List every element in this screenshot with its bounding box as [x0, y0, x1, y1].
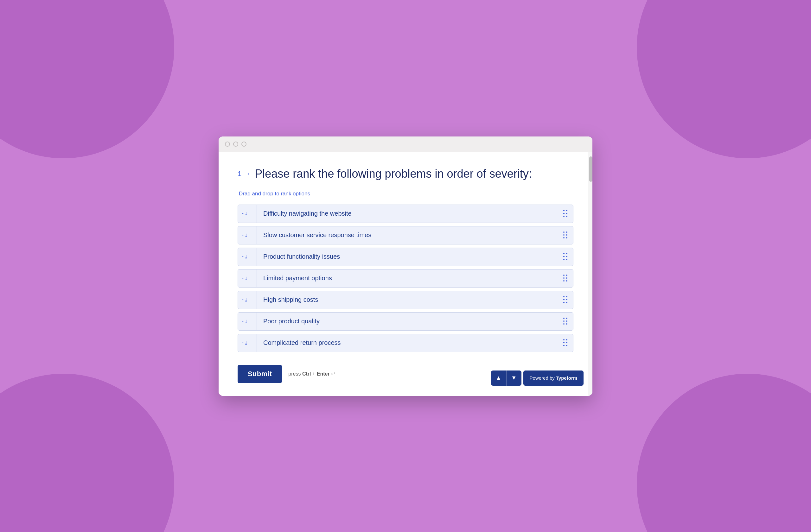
drag-dot — [563, 256, 565, 257]
drag-dots — [563, 232, 568, 239]
rank-dash: - — [242, 296, 244, 303]
drag-dot — [566, 323, 567, 325]
rank-item[interactable]: - ⤓ Difficulty navigating the website — [238, 205, 573, 223]
drag-dot — [563, 302, 565, 303]
scrollbar[interactable] — [588, 152, 593, 396]
drag-handle-icon[interactable] — [558, 210, 573, 218]
rank-dash: - — [242, 210, 244, 217]
drag-dot — [566, 213, 567, 214]
rank-dash: - — [242, 275, 244, 282]
typeform-brand: Typeform — [556, 375, 577, 381]
submit-hint: press Ctrl + Enter ↵ — [288, 371, 335, 377]
rank-item[interactable]: - ⤓ Poor product quality — [238, 312, 573, 331]
question-header: 1 → Please rank the following problems i… — [238, 167, 573, 181]
rank-item[interactable]: - ⤓ Complicated return process — [238, 334, 573, 352]
bg-blob-top-right — [637, 0, 811, 158]
drag-dots — [563, 253, 568, 261]
drag-dot — [566, 296, 567, 297]
rank-item[interactable]: - ⤓ Limited payment options — [238, 269, 573, 287]
drag-dot — [566, 342, 567, 343]
drag-dots — [563, 210, 568, 218]
browser-dot-close[interactable] — [225, 142, 230, 146]
nav-down-button[interactable]: ▼ — [506, 371, 521, 386]
rank-controls[interactable]: - ⤓ — [238, 248, 257, 266]
drag-dot — [563, 342, 565, 343]
browser-dot-maximize[interactable] — [241, 142, 246, 146]
rank-chevron-down-icon[interactable]: ⤓ — [244, 254, 248, 259]
rank-chevron-down-icon[interactable]: ⤓ — [244, 297, 248, 302]
drag-dots — [563, 296, 568, 304]
rank-item-label: Slow customer service response times — [257, 232, 558, 239]
drag-dot — [563, 277, 565, 279]
drag-dot — [563, 345, 565, 346]
drag-dot — [563, 323, 565, 325]
bottom-nav: ▲ ▼ Powered by Typeform — [491, 371, 583, 386]
drag-dot — [566, 256, 567, 257]
drag-dot — [566, 302, 567, 303]
browser-dot-minimize[interactable] — [233, 142, 238, 146]
rank-controls[interactable]: - ⤓ — [238, 291, 257, 309]
drag-dot — [563, 259, 565, 260]
drag-dot — [566, 234, 567, 236]
drag-hint: Drag and drop to rank options — [239, 191, 573, 197]
submit-button[interactable]: Submit — [238, 365, 282, 383]
rank-item-label: Limited payment options — [257, 275, 558, 282]
rank-list: - ⤓ Difficulty navigating the website — [238, 205, 573, 352]
nav-up-button[interactable]: ▲ — [491, 371, 506, 386]
drag-dot — [566, 253, 567, 254]
rank-item-label: High shipping costs — [257, 296, 558, 303]
drag-dot — [566, 275, 567, 276]
drag-handle-icon[interactable] — [558, 253, 573, 261]
scrollbar-thumb[interactable] — [589, 156, 593, 182]
drag-dot — [563, 280, 565, 282]
drag-handle-icon[interactable] — [558, 275, 573, 282]
drag-dot — [563, 318, 565, 319]
rank-chevron-down-icon[interactable]: ⤓ — [244, 233, 248, 238]
rank-chevron-down-icon[interactable]: ⤓ — [244, 340, 248, 345]
drag-handle-icon[interactable] — [558, 296, 573, 304]
drag-dot — [563, 213, 565, 214]
rank-dash: - — [242, 253, 244, 260]
drag-dot — [566, 232, 567, 233]
drag-handle-icon[interactable] — [558, 318, 573, 325]
drag-handle-icon[interactable] — [558, 339, 573, 347]
rank-item[interactable]: - ⤓ Product functionality issues — [238, 248, 573, 266]
rank-controls[interactable]: - ⤓ — [238, 269, 257, 287]
form-content: 1 → Please rank the following problems i… — [218, 152, 593, 396]
drag-dot — [566, 237, 567, 238]
rank-controls[interactable]: - ⤓ — [238, 205, 257, 223]
drag-dot — [566, 339, 567, 340]
rank-chevron-down-icon[interactable]: ⤓ — [244, 211, 248, 216]
drag-dot — [566, 299, 567, 300]
browser-window: 1 → Please rank the following problems i… — [218, 137, 593, 396]
drag-dot — [566, 210, 567, 211]
rank-controls[interactable]: - ⤓ — [238, 226, 257, 244]
rank-item[interactable]: - ⤓ Slow customer service response times — [238, 226, 573, 245]
question-title: Please rank the following problems in or… — [255, 167, 532, 181]
question-arrow-icon: → — [244, 170, 251, 178]
drag-dot — [563, 234, 565, 236]
question-num-text: 1 — [238, 170, 241, 178]
drag-dot — [566, 216, 567, 217]
rank-item-label: Difficulty navigating the website — [257, 210, 558, 217]
drag-dot — [563, 216, 565, 217]
rank-dash: - — [242, 340, 244, 346]
rank-controls[interactable]: - ⤓ — [238, 334, 257, 352]
drag-dot — [563, 320, 565, 322]
drag-dots — [563, 318, 568, 325]
rank-controls[interactable]: - ⤓ — [238, 313, 257, 330]
rank-chevron-down-icon[interactable]: ⤓ — [244, 276, 248, 281]
drag-dot — [563, 237, 565, 238]
drag-dot — [563, 210, 565, 211]
rank-item-label: Poor product quality — [257, 318, 558, 325]
powered-by-text: Powered by — [530, 375, 555, 381]
drag-dot — [566, 345, 567, 346]
down-arrow-icon: ▼ — [511, 375, 517, 381]
rank-item[interactable]: - ⤓ High shipping costs — [238, 291, 573, 309]
rank-chevron-down-icon[interactable]: ⤓ — [244, 319, 248, 324]
drag-dot — [563, 339, 565, 340]
rank-dash: - — [242, 318, 244, 325]
powered-by-badge[interactable]: Powered by Typeform — [523, 371, 583, 386]
drag-handle-icon[interactable] — [558, 232, 573, 239]
drag-dots — [563, 275, 568, 282]
